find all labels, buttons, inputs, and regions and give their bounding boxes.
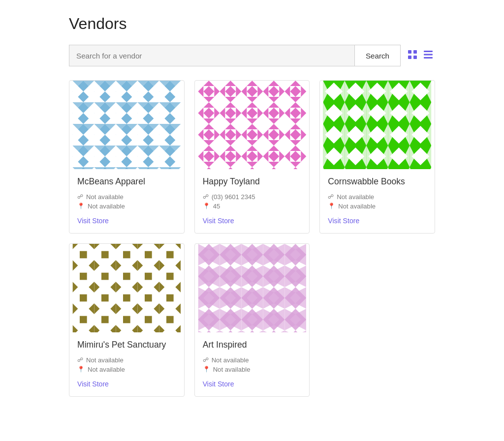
visit-store-link[interactable]: Visit Store xyxy=(77,380,109,388)
svg-rect-5 xyxy=(424,54,433,56)
vendor-card: Mimiru's Pet Sanctuary ☍ Not available 📍… xyxy=(69,243,185,397)
phone-value: Not available xyxy=(86,193,124,201)
vendor-phone: ☍ (03) 9601 2345 xyxy=(203,193,302,201)
location-value: Not available xyxy=(88,366,125,373)
vendor-name: Cornswabble Books xyxy=(328,176,427,187)
svg-rect-0 xyxy=(408,50,411,54)
svg-marker-383 xyxy=(432,102,435,124)
svg-rect-449 xyxy=(410,167,432,169)
svg-marker-236 xyxy=(306,102,309,124)
vendor-phone: ☍ Not available xyxy=(203,356,302,364)
svg-rect-235 xyxy=(306,102,309,124)
svg-rect-445 xyxy=(388,167,410,169)
svg-rect-803 xyxy=(306,287,309,309)
vendor-info: Cornswabble Books ☍ Not available 📍 Not … xyxy=(320,169,435,233)
vendor-card: Happy Toyland ☍ (03) 9601 2345 📍 45 Visi… xyxy=(194,80,310,234)
svg-rect-6 xyxy=(424,57,433,59)
svg-rect-513 xyxy=(181,244,184,265)
grid-icon xyxy=(408,50,417,59)
svg-rect-381 xyxy=(432,102,435,124)
svg-marker-212 xyxy=(306,81,309,102)
svg-marker-37 xyxy=(181,81,184,86)
svg-marker-840 xyxy=(306,309,309,330)
svg-rect-259 xyxy=(306,124,309,146)
svg-rect-566 xyxy=(101,294,109,302)
svg-rect-549 xyxy=(181,265,184,287)
visit-store-link[interactable]: Visit Store xyxy=(203,380,234,388)
visit-store-link[interactable]: Visit Store xyxy=(203,217,234,225)
svg-rect-283 xyxy=(306,146,309,167)
vendor-location: 📍 45 xyxy=(203,203,302,210)
vendor-location: 📍 Not available xyxy=(328,203,427,210)
grid-view-button[interactable] xyxy=(406,48,419,63)
phone-icon: ☍ xyxy=(328,193,334,200)
svg-rect-2 xyxy=(408,56,411,59)
svg-rect-429 xyxy=(432,146,435,167)
svg-rect-542 xyxy=(145,273,152,280)
svg-rect-602 xyxy=(101,316,109,323)
svg-marker-514 xyxy=(181,244,184,249)
page-title: Vendors xyxy=(69,15,435,33)
vendor-name: Art Inspired xyxy=(203,339,302,351)
svg-rect-839 xyxy=(306,309,309,330)
phone-icon: ☍ xyxy=(203,356,209,363)
vendor-card: Art Inspired ☍ Not available 📍 Not avail… xyxy=(194,243,310,397)
svg-rect-614 xyxy=(145,316,152,323)
svg-marker-284 xyxy=(306,146,309,167)
search-input[interactable] xyxy=(69,45,354,66)
vendor-card: McBeans Apparel ☍ Not available 📍 Not av… xyxy=(69,80,185,234)
svg-rect-536 xyxy=(123,273,130,280)
svg-marker-260 xyxy=(306,124,309,146)
svg-rect-494 xyxy=(101,251,109,259)
location-icon: 📍 xyxy=(328,203,335,209)
list-view-button[interactable] xyxy=(421,48,435,63)
vendor-location: 📍 Not available xyxy=(77,366,176,373)
vendor-phone: ☍ Not available xyxy=(77,356,176,364)
location-value: 45 xyxy=(213,203,220,210)
vendor-location: 📍 Not available xyxy=(203,366,302,373)
svg-marker-804 xyxy=(306,287,309,309)
svg-marker-771 xyxy=(306,276,309,287)
search-button[interactable]: Search xyxy=(354,45,401,66)
visit-store-link[interactable]: Visit Store xyxy=(77,217,109,225)
svg-rect-608 xyxy=(123,316,130,323)
svg-marker-768 xyxy=(306,265,309,287)
vendor-location: 📍 Not available xyxy=(77,203,176,210)
svg-marker-358 xyxy=(434,83,435,100)
location-value: Not available xyxy=(338,203,376,210)
svg-marker-430 xyxy=(434,147,435,165)
svg-rect-405 xyxy=(432,124,435,146)
svg-rect-512 xyxy=(166,251,174,259)
svg-rect-524 xyxy=(80,273,87,280)
svg-rect-530 xyxy=(101,273,109,280)
visit-store-link[interactable]: Visit Store xyxy=(328,217,359,225)
svg-rect-585 xyxy=(181,287,184,309)
svg-marker-588 xyxy=(181,303,184,309)
svg-marker-552 xyxy=(181,282,184,287)
location-value: Not available xyxy=(213,366,251,373)
svg-marker-624 xyxy=(181,325,184,330)
svg-marker-382 xyxy=(434,104,435,122)
svg-marker-406 xyxy=(434,126,435,144)
svg-marker-124 xyxy=(181,146,184,167)
vendor-card: Cornswabble Books ☍ Not available 📍 Not … xyxy=(319,80,435,234)
svg-rect-433 xyxy=(323,167,345,169)
svg-rect-548 xyxy=(166,273,174,280)
search-bar: Search xyxy=(69,45,435,66)
svg-marker-516 xyxy=(181,260,184,265)
vendor-pattern xyxy=(195,81,310,169)
svg-rect-620 xyxy=(166,316,174,323)
list-icon xyxy=(423,50,433,59)
vendor-info: Happy Toyland ☍ (03) 9601 2345 📍 45 Visi… xyxy=(195,169,310,233)
svg-marker-97 xyxy=(181,124,184,129)
vendor-phone: ☍ Not available xyxy=(77,193,176,201)
svg-marker-65 xyxy=(181,102,184,124)
svg-marker-127 xyxy=(181,146,184,151)
svg-marker-735 xyxy=(306,255,309,265)
svg-marker-733 xyxy=(306,244,309,255)
svg-marker-34 xyxy=(181,81,184,102)
vendor-name: McBeans Apparel xyxy=(77,176,176,187)
location-icon: 📍 xyxy=(203,203,210,209)
svg-rect-572 xyxy=(123,294,130,302)
vendor-pattern xyxy=(69,244,184,332)
